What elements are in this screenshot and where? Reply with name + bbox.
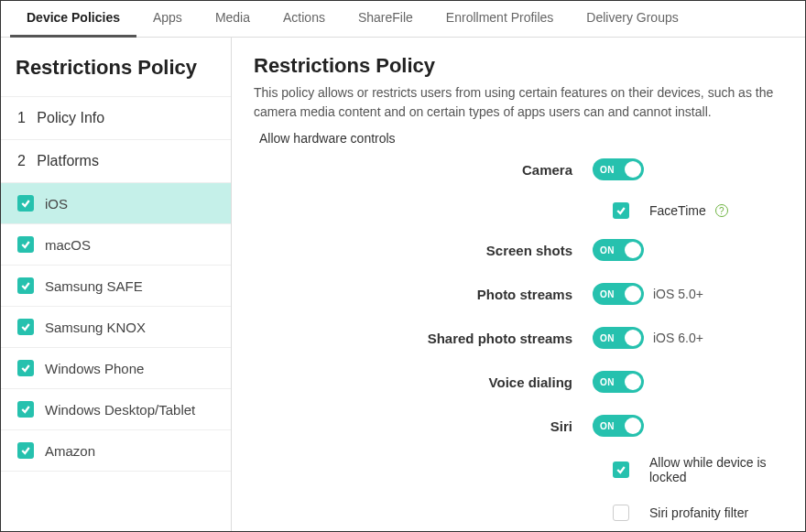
platform-label: iOS	[45, 196, 68, 212]
step-label: Policy Info	[37, 110, 104, 125]
setting-label: Screen shots	[254, 243, 593, 258]
platform-samsung-knox[interactable]: Samsung KNOX	[1, 307, 231, 348]
step-platforms[interactable]: 2 Platforms	[1, 140, 231, 183]
platform-label: Windows Phone	[45, 361, 144, 376]
section-hardware-controls: Allow hardware controls	[259, 131, 783, 146]
checkbox-icon[interactable]	[17, 277, 34, 294]
setting-label: Voice dialing	[254, 375, 593, 390]
step-num: 1	[17, 110, 26, 125]
checkbox-icon[interactable]	[17, 236, 34, 253]
checkbox-icon[interactable]	[17, 360, 34, 376]
tab-apps[interactable]: Apps	[136, 1, 199, 38]
tab-delivery-groups[interactable]: Delivery Groups	[570, 1, 694, 38]
setting-label: Shared photo streams	[254, 331, 593, 346]
tab-sharefile[interactable]: ShareFile	[342, 1, 430, 38]
setting-facetime: FaceTime ?	[613, 202, 783, 219]
tab-enrollment-profiles[interactable]: Enrollment Profiles	[430, 1, 571, 38]
tab-actions[interactable]: Actions	[267, 1, 342, 38]
checkbox-icon[interactable]	[17, 442, 34, 459]
sidebar: Restrictions Policy 1 Policy Info 2 Plat…	[1, 38, 232, 531]
checkbox-icon[interactable]	[17, 195, 34, 212]
checkbox-siri-profanity[interactable]	[613, 505, 629, 521]
platform-samsung-safe[interactable]: Samsung SAFE	[1, 266, 231, 307]
platform-label: Samsung KNOX	[45, 320, 146, 335]
platform-label: Amazon	[45, 443, 95, 459]
tab-device-policies[interactable]: Device Policies	[10, 1, 136, 38]
platform-list: iOS macOS Samsung SAFE Samsung KNOX Wind…	[1, 183, 231, 472]
setting-label: FaceTime	[649, 203, 706, 218]
page-title: Restrictions Policy	[254, 54, 783, 78]
setting-label: Photo streams	[254, 287, 593, 302]
checkbox-icon[interactable]	[17, 319, 34, 335]
setting-voice-dialing: Voice dialing ON	[254, 371, 783, 393]
setting-label: Allow while device is locked	[649, 455, 783, 484]
toggle-photo-streams[interactable]: ON	[593, 283, 644, 305]
top-nav: Device Policies Apps Media Actions Share…	[1, 1, 805, 38]
platform-windows-desktop[interactable]: Windows Desktop/Tablet	[1, 389, 231, 430]
tab-media[interactable]: Media	[199, 1, 267, 38]
setting-photo-streams: Photo streams ON iOS 5.0+	[254, 283, 783, 305]
step-policy-info[interactable]: 1 Policy Info	[1, 97, 231, 140]
help-icon[interactable]: ?	[715, 204, 728, 217]
setting-siri: Siri ON	[254, 415, 783, 437]
setting-meta: iOS 6.0+	[653, 331, 703, 345]
step-label: Platforms	[37, 153, 99, 168]
setting-label: Siri profanity filter	[649, 505, 748, 520]
checkbox-siri-lock[interactable]	[613, 461, 629, 478]
page-description: This policy allows or restricts users fr…	[254, 83, 783, 122]
main-panel: Restrictions Policy This policy allows o…	[232, 38, 805, 531]
platform-amazon[interactable]: Amazon	[1, 430, 231, 472]
toggle-voice-dialing[interactable]: ON	[593, 371, 644, 393]
setting-camera: Camera ON	[254, 158, 783, 180]
platform-label: macOS	[45, 237, 91, 253]
setting-shared-photo-streams: Shared photo streams ON iOS 6.0+	[254, 327, 783, 349]
platform-label: Windows Desktop/Tablet	[45, 402, 195, 418]
setting-label: Siri	[254, 418, 593, 434]
setting-screenshots: Screen shots ON	[254, 239, 783, 261]
platform-macos[interactable]: macOS	[1, 224, 231, 266]
setting-label: Camera	[254, 162, 593, 178]
toggle-screenshots[interactable]: ON	[593, 239, 644, 261]
setting-meta: iOS 5.0+	[653, 287, 703, 301]
settings-list: Camera ON FaceTime ? Screen shots ON Pho…	[254, 158, 783, 531]
toggle-camera[interactable]: ON	[593, 158, 644, 180]
platform-windows-phone[interactable]: Windows Phone	[1, 348, 231, 389]
checkbox-facetime[interactable]	[613, 202, 629, 219]
checkbox-icon[interactable]	[17, 401, 34, 418]
sidebar-title: Restrictions Policy	[1, 38, 231, 97]
step-num: 2	[17, 153, 26, 168]
setting-siri-lock: Allow while device is locked	[613, 455, 783, 484]
platform-ios[interactable]: iOS	[1, 183, 231, 224]
toggle-shared-photo-streams[interactable]: ON	[593, 327, 644, 349]
platform-label: Samsung SAFE	[45, 278, 143, 294]
setting-siri-profanity: Siri profanity filter	[613, 505, 783, 521]
toggle-siri[interactable]: ON	[593, 415, 644, 437]
